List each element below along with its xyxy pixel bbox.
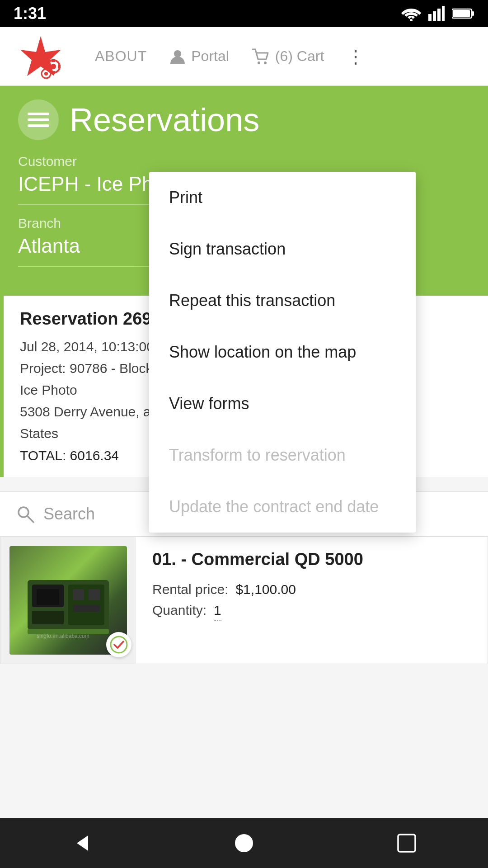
dropdown-item-sign-transaction[interactable]: Sign transaction — [149, 223, 416, 275]
dropdown-item-print[interactable]: Print — [149, 172, 416, 223]
dropdown-item-view-forms[interactable]: View forms — [149, 378, 416, 429]
dropdown-item-show-location[interactable]: Show location on the map — [149, 326, 416, 378]
dropdown-overlay[interactable]: Print Sign transaction Repeat this trans… — [0, 0, 488, 868]
dropdown-item-update-contract: Update the contract end date — [149, 481, 416, 533]
dropdown-item-repeat-transaction[interactable]: Repeat this transaction — [149, 275, 416, 326]
dropdown-menu: Print Sign transaction Repeat this trans… — [149, 172, 416, 533]
dropdown-item-transform-reservation: Transform to reservation — [149, 429, 416, 481]
